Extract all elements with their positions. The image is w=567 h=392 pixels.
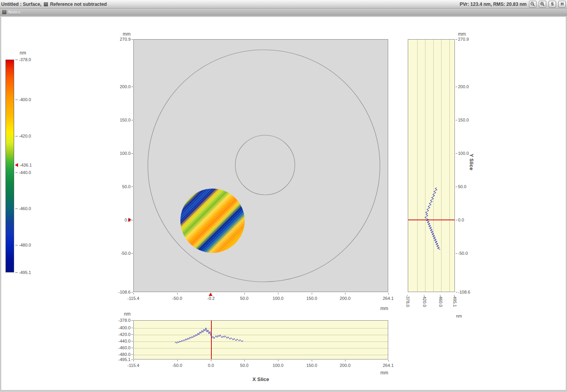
magnifier-minus-icon bbox=[530, 2, 535, 7]
y-slice-unit-top: mm bbox=[458, 31, 466, 37]
surface-x-slice-position: -0.2 bbox=[200, 296, 222, 301]
surface-unit-top: mm bbox=[111, 31, 131, 37]
y-slice-y-tick: 150.0 bbox=[458, 118, 478, 122]
zoom-out-button[interactable] bbox=[529, 1, 536, 7]
y-slice-x-tick: -420.0 bbox=[422, 295, 427, 307]
x-slice-x-tick: 100.0 bbox=[267, 363, 289, 368]
notes-label: Notes: bbox=[8, 10, 22, 15]
surface-y-tick: -108.6 bbox=[111, 290, 131, 294]
zoom-in-button[interactable] bbox=[539, 1, 546, 7]
x-slice-plot[interactable] bbox=[133, 320, 388, 359]
x-slice-y-tick: -440.0 bbox=[111, 339, 131, 343]
y-slice-y-tick: 200.0 bbox=[458, 84, 478, 89]
y-slice-x-tick: -460.0 bbox=[438, 295, 443, 307]
y-slice-plot[interactable] bbox=[408, 39, 455, 292]
colorbar-tick: -460.0 bbox=[19, 206, 31, 211]
x-slice-trace bbox=[134, 321, 388, 359]
surface-map-plot[interactable] bbox=[133, 39, 388, 292]
surface-y-slice-position: 0.2 bbox=[111, 218, 131, 222]
y-slice-y-tick: -50.0 bbox=[458, 251, 478, 256]
surface-x-tick: 100.0 bbox=[267, 296, 289, 301]
colorbar-unit-label: nm bbox=[20, 50, 26, 56]
x-slice-y-tick: -460.0 bbox=[111, 345, 131, 350]
reference-checkbox-icon[interactable] bbox=[44, 2, 48, 6]
x-slice-x-tick: 0.0 bbox=[200, 363, 222, 368]
y-slice-trace bbox=[408, 40, 454, 292]
x-slice-y-tick: -378.0 bbox=[111, 318, 131, 323]
surface-x-tick: 150.0 bbox=[301, 296, 323, 301]
colorbar-tick: -495.1 bbox=[19, 270, 31, 275]
x-slice-x-tick: 264.1 bbox=[377, 363, 399, 368]
x-slice-x-tick: 150.0 bbox=[301, 363, 323, 368]
surface-y-tick: 270.9 bbox=[111, 37, 131, 42]
scale-button[interactable]: S bbox=[549, 1, 556, 7]
x-slice-x-tick: 200.0 bbox=[334, 363, 356, 368]
y-slice-y-tick: -108.6 bbox=[458, 290, 478, 294]
y-slice-x-tick: -495.1 bbox=[453, 295, 457, 307]
surface-y-tick: -50.0 bbox=[111, 251, 131, 256]
colorbar-tick: -480.0 bbox=[19, 243, 31, 247]
colorbar-tick: -400.0 bbox=[19, 97, 31, 102]
part-outline-graphic bbox=[134, 40, 388, 292]
notes-bar: Notes: bbox=[0, 9, 567, 16]
y-slice-y-tick: 270.9 bbox=[458, 37, 478, 42]
surface-y-tick: 150.0 bbox=[111, 118, 131, 122]
y-slice-y-tick: 100.0 bbox=[458, 151, 478, 156]
x-slice-unit-left: nm bbox=[111, 311, 131, 317]
colorbar-tick: -420.0 bbox=[19, 134, 31, 138]
surface-x-tick: 50.0 bbox=[233, 296, 255, 301]
surface-unit-bottom: mm bbox=[369, 306, 388, 311]
surface-x-tick: 264.1 bbox=[377, 296, 399, 301]
colorbar-mean-value: -436.1 bbox=[20, 163, 32, 167]
hide-button[interactable]: H bbox=[558, 1, 566, 7]
x-slice-y-tick: -420.0 bbox=[111, 332, 131, 337]
app-window: Untitled : Surface, Reference not subtra… bbox=[0, 0, 567, 392]
surface-x-tick: -115.4 bbox=[122, 296, 144, 301]
x-slice-y-tick: -400.0 bbox=[111, 325, 131, 330]
y-slice-unit-bottom: nm bbox=[456, 314, 462, 318]
colorbar-gradient[interactable] bbox=[5, 60, 14, 272]
surface-x-tick: -50.0 bbox=[166, 296, 188, 301]
x-slice-x-tick: -115.4 bbox=[122, 363, 144, 368]
y-slice-y-tick: 50.0 bbox=[458, 184, 478, 189]
y-slice-title: Y Slice bbox=[469, 154, 474, 170]
surface-y-tick: 100.0 bbox=[111, 151, 131, 156]
x-slice-y-tick: -480.0 bbox=[111, 352, 131, 357]
magnifier-plus-icon bbox=[540, 2, 545, 7]
surface-y-tick: 200.0 bbox=[111, 84, 131, 89]
x-slice-unit-right: mm bbox=[369, 370, 388, 376]
colorbar-mean-marker-icon[interactable] bbox=[15, 163, 18, 167]
colorbar-tick: -378.0 bbox=[19, 57, 31, 62]
surface-y-tick: 50.0 bbox=[111, 184, 131, 189]
stats-readout: PVr: 123.4 nm, RMS: 20.83 nm bbox=[460, 2, 527, 7]
y-slice-y-tick: 0.0 bbox=[458, 218, 478, 222]
measured-surface-disc[interactable] bbox=[180, 189, 245, 253]
notes-checkbox-icon[interactable] bbox=[2, 10, 6, 14]
x-slice-y-tick: -495.1 bbox=[111, 357, 131, 362]
x-slice-title: X Slice bbox=[212, 376, 310, 382]
y-slice-position-marker-icon[interactable] bbox=[128, 218, 131, 222]
colorbar-tick: -440.0 bbox=[19, 170, 31, 175]
y-slice-x-tick: -378.0 bbox=[405, 295, 410, 307]
window-title: Untitled : Surface, bbox=[1, 2, 42, 7]
surface-x-tick: 200.0 bbox=[334, 296, 356, 301]
x-slice-x-tick: 50.0 bbox=[233, 363, 255, 368]
title-bar: Untitled : Surface, Reference not subtra… bbox=[0, 0, 567, 9]
reference-status-label: Reference not subtracted bbox=[50, 2, 107, 7]
x-slice-x-tick: -50.0 bbox=[166, 363, 188, 368]
x-slice-position-marker-icon[interactable] bbox=[209, 293, 213, 296]
